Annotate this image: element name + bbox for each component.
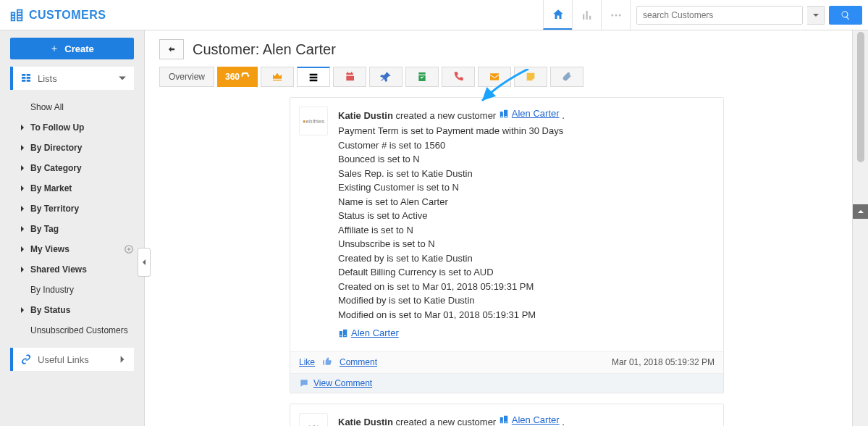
tab-feed[interactable] [297,67,330,87]
sidebar-item[interactable]: To Follow Up [0,117,144,138]
chevron-right-icon [19,164,26,172]
timestamp: Mar 01, 2018 05:19:32 PM [612,357,715,367]
sidebar-item-label: By Territory [30,204,79,214]
sidebar-item[interactable]: By Tag [0,219,144,239]
back-button[interactable] [159,39,184,59]
avatar: ●ebifries [299,413,328,427]
topbar-right [543,0,868,30]
detail-line: Status is set to Active [338,209,715,223]
like-button[interactable]: Like [299,357,315,367]
svg-point-0 [611,14,613,16]
email-icon [489,71,500,83]
task-icon [416,71,428,83]
detail-line: Customer # is set to 1560 [338,138,715,153]
crown-icon [271,71,283,83]
tab-pin[interactable] [369,67,403,87]
chevron-right-icon [19,225,26,233]
card-footer: LikeCommentMar 01, 2018 05:19:32 PM [290,351,723,373]
tab-crown[interactable] [261,67,294,87]
tab-email[interactable] [478,67,511,87]
tab-note[interactable] [514,67,547,87]
dots-icon [610,9,623,22]
detail-line: Unsubscribe is set to N [338,237,715,251]
sidebar-item[interactable]: My Views [0,239,144,259]
sidebar-item-label: Show All [30,102,64,112]
customer-link[interactable]: Alen Carter [512,106,560,121]
create-button[interactable]: Create [10,38,134,59]
view-comment-row[interactable]: View Comment [290,373,723,393]
detail-line: Modified by is set to Katie Dustin [338,293,715,308]
tabs: Overview 360 [159,67,854,87]
brand[interactable]: CUSTOMERS [0,7,114,23]
lists-section[interactable]: Lists [10,67,134,90]
sidebar-item[interactable]: Show All [0,97,144,117]
chevron-right-icon [19,266,26,273]
sidebar-item[interactable]: By Territory [0,199,144,219]
svg-point-2 [618,14,620,16]
tab-attachment[interactable] [550,67,583,87]
page-title: Customer: Alen Carter [193,41,336,58]
feed-card: ●ebifriesKatie Dustin created a new cust… [290,97,724,393]
tab-calendar[interactable] [333,67,366,87]
sidebar-item[interactable]: By Category [0,158,144,178]
chevron-right-icon [19,246,26,253]
scroll-up-button[interactable] [853,204,868,219]
comment-button[interactable]: Comment [340,357,377,367]
search-wrap [630,0,868,30]
building-icon [499,414,509,425]
paperclip-icon [561,71,573,83]
analytics-button[interactable] [572,0,601,30]
svg-point-1 [615,14,617,16]
create-label: Create [64,43,93,54]
search-button[interactable] [829,6,862,25]
right-scroll-strip [852,30,868,426]
search-dropdown[interactable] [807,6,825,25]
sidebar-item[interactable]: By Directory [0,138,144,158]
home-icon [552,8,565,21]
detail-line: Created by is set to Katie Dustin [338,251,715,266]
sidebar-item[interactable]: By Industry [0,280,144,300]
detail-line: Default Billing Currency is set to AUD [338,265,715,280]
calendar-icon [344,71,355,83]
tab-overview[interactable]: Overview [159,67,214,87]
sidebar-item-label: Unsubscribed Customers [30,325,128,335]
more-button[interactable] [601,0,630,30]
pin-icon [380,71,392,83]
add-circle-icon[interactable] [124,244,134,254]
building-icon [338,328,348,338]
tab-task[interactable] [405,67,439,87]
customer-link[interactable]: Alen Carter [512,413,560,427]
chevron-right-icon [19,185,26,192]
top-bar: CUSTOMERS [0,0,868,30]
sidebar-item[interactable]: By Status [0,300,144,320]
scrollbar-thumb[interactable] [857,32,864,162]
feed-header: Katie Dustin created a new customer Alen… [338,106,715,122]
link-icon [20,354,32,365]
search-input[interactable] [636,6,803,25]
phone-icon [452,71,464,83]
detail-line: Created on is set to Mar 01, 2018 05:19:… [338,280,715,294]
tab-360[interactable]: 360 [217,67,258,87]
sidebar-item[interactable]: By Market [0,178,144,199]
detail-line: Bounced is set to N [338,152,715,167]
building-icon [499,109,509,119]
customer-ref-link[interactable]: Alen Carter [351,326,399,341]
sidebar-item[interactable]: Unsubscribed Customers [0,320,144,341]
note-icon [525,71,536,83]
chevron-right-icon [118,355,127,364]
useful-links-section[interactable]: Useful Links [10,348,134,371]
tab-call[interactable] [442,67,475,87]
detail-line: Affiliate is set to N [338,223,715,238]
main: Customer: Alen Carter Overview 360 ●ebi [145,30,868,426]
chevron-up-icon [856,208,865,215]
sidebar-item[interactable]: Shared Views [0,259,144,280]
chevron-right-icon [19,144,26,151]
sidebar-item-label: To Follow Up [30,122,84,133]
thumb-icon[interactable] [322,356,332,369]
useful-links-label: Useful Links [38,354,89,365]
activity-feed: ●ebifriesKatie Dustin created a new cust… [290,97,724,426]
chevron-down-icon [812,12,819,19]
home-button[interactable] [543,0,572,30]
back-arrow-icon [166,44,177,54]
brand-label: CUSTOMERS [29,9,106,22]
